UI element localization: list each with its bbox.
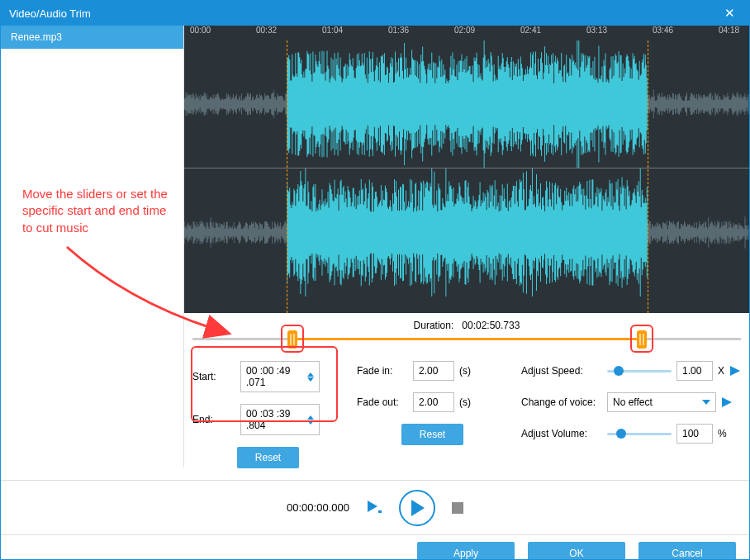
time-ruler: 00:0000:3201:0401:3602:0902:4103:1303:46… bbox=[184, 26, 749, 40]
fadeout-label: Fade out: bbox=[357, 396, 408, 408]
play-button[interactable] bbox=[399, 490, 435, 526]
mark-in-icon[interactable] bbox=[366, 499, 382, 516]
reset-time-button[interactable]: Reset bbox=[237, 447, 299, 468]
fade-controls: Fade in: (s) Fade out: (s) Reset bbox=[357, 361, 508, 480]
sidebar-item-media[interactable]: Renee.mp3 bbox=[1, 26, 183, 49]
ruler-tick: 03:13 bbox=[586, 26, 607, 35]
annotation-text: Move the sliders or set the specific sta… bbox=[22, 186, 174, 236]
playback-bar: 00:00:00.000 bbox=[1, 480, 749, 534]
ruler-tick: 04:18 bbox=[719, 26, 739, 35]
fade-unit: (s) bbox=[459, 396, 471, 408]
speed-slider[interactable] bbox=[607, 370, 672, 373]
waveform-left bbox=[184, 40, 749, 168]
annotation-handle-box-end bbox=[630, 325, 653, 353]
waveform-area[interactable] bbox=[184, 40, 749, 313]
adjust-controls: Adjust Speed: X Change of voice: No effe… bbox=[521, 361, 741, 480]
svg-marker-6 bbox=[730, 366, 740, 376]
window-title: Video/Audio Trim bbox=[9, 7, 91, 20]
waveform-right bbox=[184, 168, 749, 297]
svg-rect-10 bbox=[378, 510, 382, 513]
voice-label: Change of voice: bbox=[521, 396, 602, 408]
titlebar[interactable]: Video/Audio Trim ✕ bbox=[1, 1, 749, 26]
ok-button[interactable]: OK bbox=[528, 542, 625, 561]
annotation-box bbox=[191, 346, 338, 422]
volume-input[interactable] bbox=[676, 424, 713, 444]
chevron-down-icon bbox=[702, 400, 710, 405]
ruler-tick: 02:09 bbox=[454, 26, 475, 35]
svg-marker-9 bbox=[368, 501, 377, 512]
playback-time: 00:00:00.000 bbox=[287, 501, 349, 514]
fade-unit: (s) bbox=[459, 365, 471, 377]
selection-line-start bbox=[287, 40, 287, 313]
stop-button[interactable] bbox=[452, 502, 463, 514]
trim-track-selection bbox=[292, 338, 643, 340]
volume-label: Adjust Volume: bbox=[521, 428, 602, 439]
svg-marker-7 bbox=[722, 397, 732, 407]
fadein-input[interactable] bbox=[413, 361, 454, 381]
selection-line-end bbox=[648, 40, 648, 313]
fadeout-input[interactable] bbox=[413, 392, 454, 412]
preview-voice-button[interactable] bbox=[721, 396, 733, 408]
ruler-tick: 00:00 bbox=[190, 26, 211, 35]
close-icon[interactable]: ✕ bbox=[718, 6, 741, 21]
footer: Apply OK Cancel bbox=[1, 534, 749, 560]
svg-marker-11 bbox=[411, 500, 425, 516]
ruler-tick: 01:36 bbox=[388, 26, 409, 35]
sidebar: Renee.mp3 bbox=[1, 26, 184, 467]
voice-dropdown[interactable]: No effect bbox=[607, 392, 716, 412]
reset-fade-button[interactable]: Reset bbox=[401, 424, 463, 445]
fadein-label: Fade in: bbox=[357, 365, 408, 377]
ruler-tick: 03:46 bbox=[653, 26, 673, 35]
duration-display: Duration: 00:02:50.733 bbox=[192, 320, 741, 331]
ruler-tick: 02:41 bbox=[520, 26, 541, 35]
speed-input[interactable] bbox=[676, 361, 713, 381]
speed-label: Adjust Speed: bbox=[521, 365, 602, 377]
ruler-tick: 01:04 bbox=[322, 26, 343, 35]
cancel-button[interactable]: Cancel bbox=[638, 542, 736, 561]
preview-speed-button[interactable] bbox=[729, 365, 741, 377]
apply-button[interactable]: Apply bbox=[417, 542, 515, 561]
volume-slider[interactable] bbox=[607, 433, 672, 435]
ruler-tick: 00:32 bbox=[256, 26, 277, 35]
